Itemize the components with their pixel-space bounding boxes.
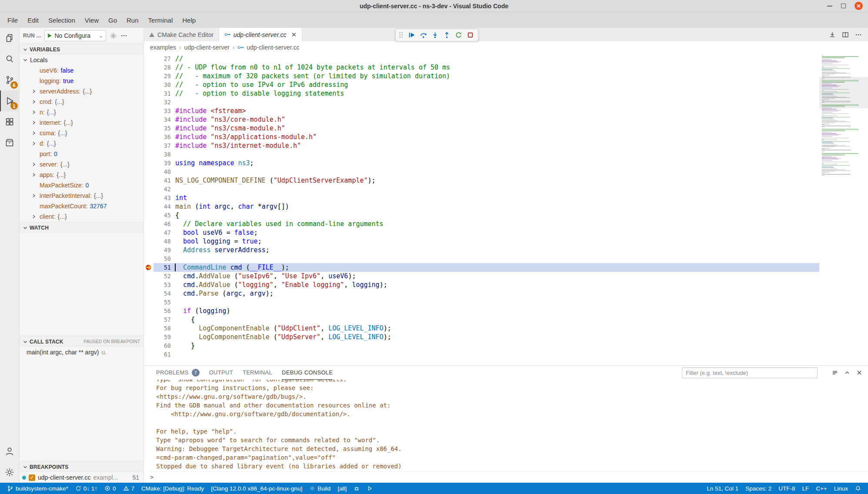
code-line-34[interactable]: 34#include "ns3/core-module.h" <box>144 115 819 124</box>
line-number[interactable]: 34 <box>154 115 171 124</box>
menu-selection[interactable]: Selection <box>43 14 80 27</box>
gutter-glyph-margin[interactable] <box>144 263 154 272</box>
code-line-55[interactable]: 55 <box>144 298 819 307</box>
gutter-glyph-margin[interactable] <box>144 54 154 63</box>
line-number[interactable]: 31 <box>154 89 171 98</box>
console-prompt[interactable]: > <box>150 471 868 481</box>
menu-view[interactable]: View <box>80 14 103 27</box>
status-linux[interactable]: Linux <box>831 483 851 494</box>
line-number[interactable]: 36 <box>154 133 171 141</box>
status-buildsystem-cmake[interactable]: buildsystem-cmake* <box>3 483 72 494</box>
line-number[interactable]: 47 <box>154 228 171 237</box>
status-c[interactable]: C++ <box>812 483 831 494</box>
code-line-44[interactable]: 44main (int argc, char *argv[]) <box>144 202 819 211</box>
minimap-slider[interactable] <box>819 77 868 108</box>
gutter-glyph-margin[interactable] <box>144 280 154 289</box>
status-utf-8[interactable]: UTF-8 <box>775 483 798 494</box>
code-line-40[interactable]: 40 <box>144 167 819 176</box>
line-number[interactable]: 55 <box>154 298 171 307</box>
gutter-glyph-margin[interactable] <box>144 333 154 341</box>
line-number[interactable]: 29 <box>154 72 171 80</box>
minimize-icon[interactable] <box>827 6 832 7</box>
line-number[interactable]: 58 <box>154 324 171 333</box>
step-into-button[interactable] <box>431 31 439 40</box>
line-number[interactable]: 35 <box>154 124 171 133</box>
step-out-button[interactable] <box>442 31 451 40</box>
launch-configuration-dropdown[interactable]: No Configura ⌄ <box>44 30 106 41</box>
stack-frame[interactable]: main(int argc, char ** argv) u. <box>20 347 144 357</box>
panel-tab-output[interactable]: OUTPUT <box>209 366 233 380</box>
code-line-51[interactable]: 51 CommandLine cmd (__FILE__); <box>144 263 819 272</box>
gutter-glyph-margin[interactable] <box>144 246 154 254</box>
gutter-glyph-margin[interactable] <box>144 220 154 228</box>
menu-help[interactable]: Help <box>177 14 200 27</box>
gutter-glyph-margin[interactable] <box>144 315 154 324</box>
gutter-glyph-margin[interactable] <box>144 150 154 159</box>
code-line-28[interactable]: 28// - UDP flow from n0 to n1 of 1024 by… <box>144 63 819 72</box>
line-number[interactable]: 39 <box>154 159 171 167</box>
gutter-glyph-margin[interactable] <box>144 237 154 246</box>
status-lf[interactable]: LF <box>798 483 812 494</box>
close-tab-icon[interactable]: ✕ <box>291 31 297 39</box>
breadcrumb-item-udp-client-server[interactable]: udp-client-server <box>184 44 230 51</box>
line-number[interactable]: 33 <box>154 107 171 115</box>
panel-tab-terminal[interactable]: TERMINAL <box>243 366 272 380</box>
line-number[interactable]: 45 <box>154 211 171 220</box>
gutter-glyph-margin[interactable] <box>144 341 154 350</box>
split-editor-icon[interactable] <box>842 31 849 38</box>
gutter-glyph-margin[interactable] <box>144 107 154 115</box>
start-debugging-icon[interactable] <box>48 33 52 38</box>
gutter-glyph-margin[interactable] <box>144 133 154 141</box>
code-line-39[interactable]: 39using namespace ns3; <box>144 159 819 167</box>
status-0[interactable]: 0 <box>101 483 120 494</box>
breakpoint-row[interactable]: ✓ udp-client-server.cc exampl... 51 <box>20 472 144 483</box>
code-lines[interactable]: 27//28// - UDP flow from n0 to n1 of 102… <box>144 53 819 365</box>
variable-usev6[interactable]: useV6:false <box>20 65 144 76</box>
status-ln-51-col-1[interactable]: Ln 51, Col 1 <box>703 483 742 494</box>
breakpoints-section-header[interactable]: BREAKPOINTS <box>20 461 144 472</box>
code-line-52[interactable]: 52 cmd.AddValue ("useIpv6", "Use Ipv6", … <box>144 272 819 280</box>
code-line-37[interactable]: 37#include "ns3/internet-module.h" <box>144 141 819 150</box>
variable-server[interactable]: server:{...} <box>20 159 144 170</box>
save-all-icon[interactable] <box>829 31 836 38</box>
gutter-glyph-margin[interactable] <box>144 167 154 176</box>
line-number[interactable]: 53 <box>154 280 171 289</box>
gutter-glyph-margin[interactable] <box>144 228 154 237</box>
code-line-31[interactable]: 31// - option to disable logging stateme… <box>144 89 819 98</box>
variable-logging[interactable]: logging:true <box>20 76 144 86</box>
gutter-glyph-margin[interactable] <box>144 159 154 167</box>
status-all[interactable]: [all] <box>334 483 350 494</box>
menu-go[interactable]: Go <box>103 14 122 27</box>
line-number[interactable]: 61 <box>154 350 171 359</box>
status-7[interactable]: 7 <box>120 483 138 494</box>
step-over-button[interactable] <box>419 31 427 40</box>
status-bell[interactable] <box>851 483 865 494</box>
maximize-panel-icon[interactable] <box>844 369 851 376</box>
restart-button[interactable] <box>454 31 463 40</box>
variable-cmd[interactable]: cmd:{...} <box>20 97 144 107</box>
variable-port[interactable]: port:0 <box>20 149 144 159</box>
drag-handle-icon[interactable] <box>399 32 401 33</box>
line-number[interactable]: 54 <box>154 289 171 298</box>
code-line-45[interactable]: 45{ <box>144 211 819 220</box>
extensions-icon[interactable] <box>0 111 19 132</box>
line-number[interactable]: 32 <box>154 98 171 107</box>
gutter-glyph-margin[interactable] <box>144 194 154 202</box>
debug-console-output[interactable]: Type "show configuration" for configurat… <box>144 380 868 483</box>
code-line-46[interactable]: 46 // Declare variables used in command-… <box>144 220 819 228</box>
gutter-glyph-margin[interactable] <box>144 202 154 211</box>
status-cmake-debug-ready[interactable]: CMake: [Debug]: Ready <box>138 483 207 494</box>
variable-maxpacketcount[interactable]: maxPacketCount:32767 <box>20 201 144 211</box>
code-line-30[interactable]: 30// - option to use IPv4 or IPv6 addres… <box>144 80 819 89</box>
tab-cmake-cache-editor[interactable]: CMake Cache Editor <box>144 28 219 41</box>
code-line-35[interactable]: 35#include "ns3/csma-module.h" <box>144 124 819 133</box>
code-line-60[interactable]: 60 } <box>144 341 819 350</box>
code-line-42[interactable]: 42 <box>144 185 819 194</box>
line-number[interactable]: 52 <box>154 272 171 280</box>
variable-interpacketinterval[interactable]: interPacketInterval:{...} <box>20 190 144 201</box>
line-number[interactable]: 42 <box>154 185 171 194</box>
code-line-36[interactable]: 36#include "ns3/applications-module.h" <box>144 133 819 141</box>
line-number[interactable]: 50 <box>154 254 171 263</box>
gutter-glyph-margin[interactable] <box>144 176 154 185</box>
line-number[interactable]: 56 <box>154 307 171 315</box>
